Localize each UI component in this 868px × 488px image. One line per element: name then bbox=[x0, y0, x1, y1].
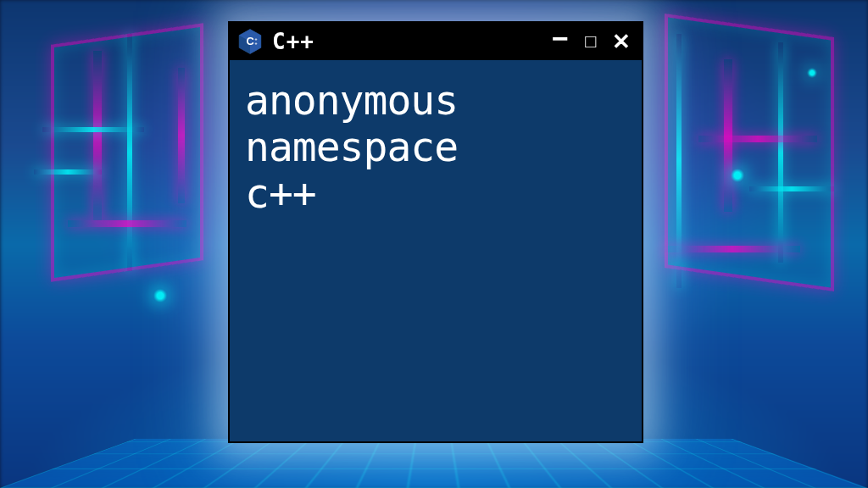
window-content: anonymous namespace c++ bbox=[230, 60, 642, 441]
window-controls: − □ ✕ bbox=[548, 27, 633, 56]
close-button[interactable]: ✕ bbox=[609, 30, 633, 53]
svg-text:C: C bbox=[246, 35, 253, 47]
floor-grid bbox=[0, 439, 868, 488]
code-line-1: anonymous bbox=[245, 77, 626, 124]
code-line-3: c++ bbox=[245, 170, 626, 217]
cpp-hex-icon: C + + bbox=[236, 28, 264, 55]
maximize-button[interactable]: □ bbox=[579, 32, 603, 51]
window-titlebar[interactable]: C + + C++ − □ ✕ bbox=[230, 23, 642, 60]
minimize-button[interactable]: − bbox=[548, 24, 572, 53]
title-area: C + + C++ bbox=[236, 28, 314, 55]
app-window: C + + C++ − □ ✕ anonymous namespace c++ bbox=[228, 21, 643, 443]
window-title: C++ bbox=[272, 29, 314, 54]
svg-text:+: + bbox=[255, 41, 258, 46]
code-line-2: namespace bbox=[245, 124, 626, 170]
